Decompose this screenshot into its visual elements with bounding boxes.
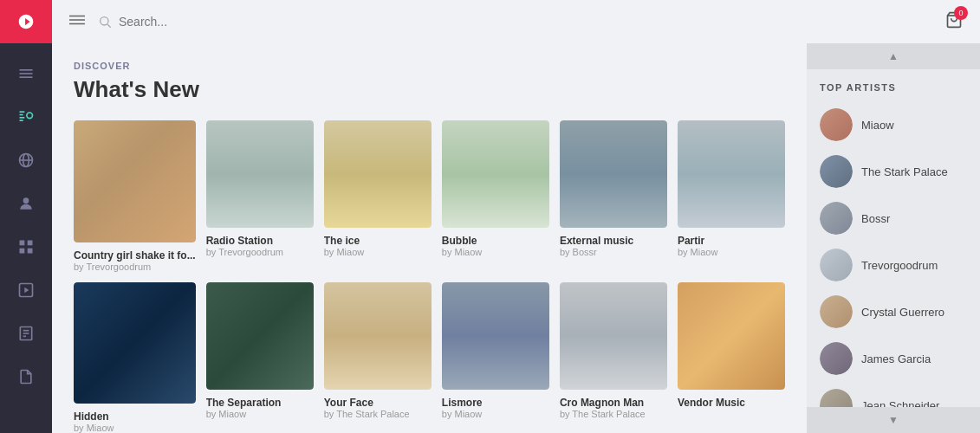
artist-item[interactable]: Trevorgoodrum (815, 242, 971, 288)
svg-rect-5 (20, 117, 25, 119)
top-artists-header: Top Artists (807, 69, 980, 101)
music-card-title: External music (560, 235, 667, 247)
music-card-title: Lismore (442, 397, 549, 409)
sidebar-item-document[interactable] (0, 355, 52, 398)
search-input[interactable] (119, 15, 292, 29)
music-grid: Country girl shake it fo... by Trevorgoo… (74, 120, 785, 433)
music-card-title: Your Face (324, 397, 432, 409)
search-icon (98, 15, 112, 29)
artist-avatar (820, 342, 853, 375)
music-card-title: The ice (324, 235, 432, 247)
artist-name: Miaow (861, 119, 894, 132)
music-card-thumb (206, 282, 314, 390)
music-card-artist: by Trevorgoodrum (74, 262, 196, 272)
artist-name: Trevorgoodrum (861, 259, 938, 272)
svg-rect-15 (28, 249, 33, 254)
music-area: Discover What's New Country girl shake i… (52, 43, 807, 433)
artist-name: Jean Schneider (861, 399, 939, 408)
svg-rect-4 (20, 114, 23, 116)
artist-avatar (820, 389, 853, 407)
music-card-thumb (206, 120, 314, 228)
artist-name: James Garcia (861, 352, 931, 365)
music-card-title: Hidden (74, 410, 196, 423)
svg-rect-14 (20, 249, 25, 254)
scroll-down-button[interactable]: ▼ (807, 407, 980, 433)
scroll-up-button[interactable]: ▲ (807, 43, 980, 69)
menu-icon[interactable] (69, 12, 85, 31)
music-card-title: Vendor Music (678, 397, 785, 409)
music-card-thumb (74, 282, 196, 404)
cart-badge: 0 (954, 6, 968, 20)
svg-rect-3 (20, 111, 25, 113)
artists-list: Miaow The Stark Palace Bossr Trevorgoodr… (807, 101, 980, 407)
music-card[interactable]: Radio Station by Trevorgoodrum (206, 120, 314, 272)
sidebar-item-discover[interactable] (0, 95, 52, 139)
music-card-artist: by Miaow (324, 247, 432, 257)
svg-rect-13 (28, 241, 33, 246)
music-card[interactable]: Hidden by Miaow (74, 282, 196, 433)
music-card-artist: by The Stark Palace (324, 409, 432, 419)
svg-rect-1 (20, 73, 33, 74)
search-wrapper (98, 15, 292, 29)
music-card[interactable]: External music by Bossr (560, 120, 667, 272)
music-card-title: Cro Magnon Man (560, 397, 667, 409)
music-card[interactable]: The Separation by Miaow (206, 282, 314, 433)
svg-rect-24 (69, 23, 85, 25)
music-card-thumb (560, 120, 667, 228)
svg-point-11 (23, 197, 29, 204)
music-card-artist: by Miaow (442, 409, 549, 419)
music-card[interactable]: Vendor Music (678, 282, 785, 433)
content-area: Discover What's New Country girl shake i… (52, 43, 980, 433)
music-card[interactable]: Partir by Miaow (678, 120, 785, 272)
music-card-artist: by Bossr (560, 247, 667, 257)
music-card-artist: by Miaow (206, 409, 314, 419)
music-card[interactable]: The ice by Miaow (324, 120, 432, 272)
topbar: 0 (52, 0, 980, 43)
sidebar-item-menu[interactable] (0, 52, 52, 95)
svg-rect-23 (69, 19, 85, 21)
music-card[interactable]: Cro Magnon Man by The Stark Palace (560, 282, 667, 433)
sidebar (0, 0, 52, 433)
artist-item[interactable]: Bossr (815, 195, 971, 242)
music-card[interactable]: Lismore by Miaow (442, 282, 549, 433)
music-card[interactable]: Bubble by Miaow (442, 120, 549, 272)
discover-label: Discover (74, 61, 785, 71)
music-card[interactable]: Your Face by The Stark Palace (324, 282, 432, 433)
artist-item[interactable]: The Stark Palace (815, 148, 971, 195)
music-card-thumb (678, 282, 785, 390)
svg-rect-0 (20, 69, 33, 71)
sidebar-item-grid[interactable] (0, 225, 52, 268)
sidebar-item-user[interactable] (0, 182, 52, 225)
artist-avatar (820, 108, 853, 141)
sidebar-item-book[interactable] (0, 312, 52, 355)
artist-avatar (820, 155, 853, 188)
artist-item[interactable]: James Garcia (815, 335, 971, 382)
main-content: 0 Discover What's New Country girl shake… (52, 0, 980, 433)
cart-icon[interactable]: 0 (945, 11, 963, 32)
music-card-artist: by Miaow (678, 247, 785, 257)
section-title: What's New (74, 76, 785, 103)
music-card-artist: by Miaow (74, 423, 196, 433)
music-card-artist: by Trevorgoodrum (206, 247, 314, 257)
music-card-artist: by Miaow (442, 247, 549, 257)
sidebar-item-globe[interactable] (0, 139, 52, 182)
sidebar-item-play[interactable] (0, 268, 52, 312)
svg-rect-22 (69, 16, 85, 17)
music-card-title: The Separation (206, 397, 314, 409)
music-card-title: Bubble (442, 235, 549, 247)
artist-avatar (820, 249, 853, 281)
music-card-title: Country girl shake it fo... (74, 249, 196, 262)
svg-point-25 (101, 17, 108, 25)
svg-line-26 (107, 24, 111, 28)
svg-rect-6 (20, 120, 23, 121)
artist-avatar (820, 295, 853, 328)
artist-name: Crystal Guerrero (861, 306, 944, 319)
svg-rect-12 (20, 241, 25, 246)
music-card-thumb (324, 120, 432, 228)
artist-item[interactable]: Crystal Guerrero (815, 288, 971, 335)
artist-item[interactable]: Jean Schneider (815, 382, 971, 407)
app-logo[interactable] (0, 0, 52, 43)
artist-item[interactable]: Miaow (815, 101, 971, 148)
artist-name: The Stark Palace (861, 165, 948, 178)
music-card[interactable]: Country girl shake it fo... by Trevorgoo… (74, 120, 196, 272)
